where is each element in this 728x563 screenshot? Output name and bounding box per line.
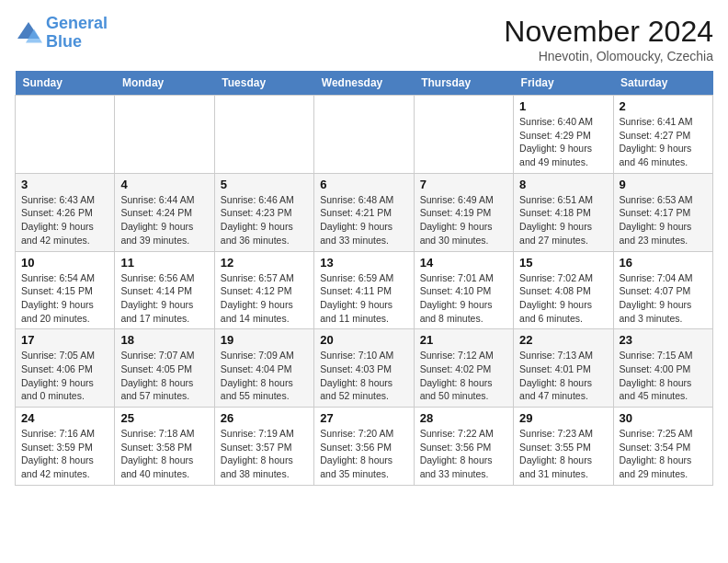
day-number: 15 [519,256,607,270]
calendar-week-row: 24Sunrise: 7:16 AM Sunset: 3:59 PM Dayli… [16,408,713,486]
logo-text: General Blue [46,15,108,52]
calendar-week-row: 1Sunrise: 6:40 AM Sunset: 4:29 PM Daylig… [16,96,713,174]
header-day: Thursday [414,71,513,96]
day-info: Sunrise: 7:22 AM Sunset: 3:56 PM Dayligh… [420,427,507,481]
day-info: Sunrise: 6:51 AM Sunset: 4:18 PM Dayligh… [519,193,607,247]
calendar-cell: 19Sunrise: 7:09 AM Sunset: 4:04 PM Dayli… [214,329,313,408]
day-number: 19 [221,333,308,347]
day-info: Sunrise: 6:41 AM Sunset: 4:27 PM Dayligh… [620,115,707,169]
calendar-cell: 30Sunrise: 7:25 AM Sunset: 3:54 PM Dayli… [613,408,712,486]
day-info: Sunrise: 7:23 AM Sunset: 3:55 PM Dayligh… [519,427,607,481]
day-info: Sunrise: 6:44 AM Sunset: 4:24 PM Dayligh… [120,193,208,247]
day-info: Sunrise: 7:15 AM Sunset: 4:00 PM Dayligh… [620,349,707,403]
day-number: 25 [120,411,208,425]
day-number: 21 [420,333,507,347]
calendar-cell: 11Sunrise: 6:56 AM Sunset: 4:14 PM Dayli… [115,251,214,329]
calendar-cell: 17Sunrise: 7:05 AM Sunset: 4:06 PM Dayli… [16,329,115,408]
calendar-cell: 2Sunrise: 6:41 AM Sunset: 4:27 PM Daylig… [613,96,712,174]
month-title: November 2024 [504,15,713,49]
day-info: Sunrise: 6:40 AM Sunset: 4:29 PM Dayligh… [519,115,607,169]
day-info: Sunrise: 6:46 AM Sunset: 4:23 PM Dayligh… [221,193,308,247]
calendar-cell: 20Sunrise: 7:10 AM Sunset: 4:03 PM Dayli… [314,329,414,408]
day-info: Sunrise: 7:20 AM Sunset: 3:56 PM Dayligh… [320,427,407,481]
day-number: 11 [120,256,208,270]
calendar-cell: 3Sunrise: 6:43 AM Sunset: 4:26 PM Daylig… [16,173,115,251]
header-day: Saturday [613,71,712,96]
day-info: Sunrise: 7:13 AM Sunset: 4:01 PM Dayligh… [519,349,607,403]
calendar-week-row: 17Sunrise: 7:05 AM Sunset: 4:06 PM Dayli… [16,329,713,408]
calendar-cell [414,96,513,174]
day-info: Sunrise: 6:56 AM Sunset: 4:14 PM Dayligh… [120,271,208,326]
calendar-cell: 1Sunrise: 6:40 AM Sunset: 4:29 PM Daylig… [514,96,613,174]
day-number: 29 [519,411,607,425]
day-info: Sunrise: 7:07 AM Sunset: 4:05 PM Dayligh… [120,349,208,403]
calendar-cell: 18Sunrise: 7:07 AM Sunset: 4:05 PM Dayli… [115,329,214,408]
day-number: 3 [21,178,108,191]
calendar-cell: 29Sunrise: 7:23 AM Sunset: 3:55 PM Dayli… [514,408,613,486]
calendar-cell: 14Sunrise: 7:01 AM Sunset: 4:10 PM Dayli… [414,251,513,329]
calendar-cell: 10Sunrise: 6:54 AM Sunset: 4:15 PM Dayli… [16,251,115,329]
calendar-cell: 9Sunrise: 6:53 AM Sunset: 4:17 PM Daylig… [613,173,712,251]
calendar-cell: 28Sunrise: 7:22 AM Sunset: 3:56 PM Dayli… [414,408,513,486]
calendar-cell: 25Sunrise: 7:18 AM Sunset: 3:58 PM Dayli… [115,408,214,486]
header-row: SundayMondayTuesdayWednesdayThursdayFrid… [16,71,713,96]
day-info: Sunrise: 6:43 AM Sunset: 4:26 PM Dayligh… [21,193,108,247]
day-info: Sunrise: 7:02 AM Sunset: 4:08 PM Dayligh… [519,271,607,326]
day-number: 14 [420,256,507,270]
day-number: 16 [620,256,707,270]
day-number: 26 [221,411,308,425]
calendar-cell: 21Sunrise: 7:12 AM Sunset: 4:02 PM Dayli… [414,329,513,408]
day-number: 9 [620,178,707,191]
header-day: Tuesday [214,71,313,96]
calendar-week-row: 3Sunrise: 6:43 AM Sunset: 4:26 PM Daylig… [16,173,713,251]
day-number: 4 [120,178,208,191]
day-info: Sunrise: 7:25 AM Sunset: 3:54 PM Dayligh… [620,427,707,481]
day-info: Sunrise: 6:59 AM Sunset: 4:11 PM Dayligh… [320,271,407,326]
header-day: Sunday [16,71,115,96]
calendar-cell: 7Sunrise: 6:49 AM Sunset: 4:19 PM Daylig… [414,173,513,251]
day-number: 2 [620,99,707,113]
calendar-cell: 24Sunrise: 7:16 AM Sunset: 3:59 PM Dayli… [16,408,115,486]
location-subtitle: Hnevotin, Olomoucky, Czechia [504,49,713,63]
day-number: 18 [120,333,208,347]
calendar-cell [115,96,214,174]
day-info: Sunrise: 7:09 AM Sunset: 4:04 PM Dayligh… [221,349,308,403]
header: General Blue November 2024 Hnevotin, Olo… [15,15,713,63]
day-info: Sunrise: 7:19 AM Sunset: 3:57 PM Dayligh… [221,427,308,481]
day-number: 5 [221,178,308,191]
day-info: Sunrise: 6:48 AM Sunset: 4:21 PM Dayligh… [320,193,407,247]
day-number: 20 [320,333,407,347]
day-number: 13 [320,256,407,270]
calendar-cell [214,96,313,174]
day-info: Sunrise: 7:18 AM Sunset: 3:58 PM Dayligh… [120,427,208,481]
calendar-cell: 23Sunrise: 7:15 AM Sunset: 4:00 PM Dayli… [613,329,712,408]
day-number: 8 [519,178,607,191]
header-day: Friday [514,71,613,96]
day-info: Sunrise: 7:10 AM Sunset: 4:03 PM Dayligh… [320,349,407,403]
header-day: Wednesday [314,71,414,96]
calendar-cell: 27Sunrise: 7:20 AM Sunset: 3:56 PM Dayli… [314,408,414,486]
logo-line1: General [46,14,108,32]
day-info: Sunrise: 7:12 AM Sunset: 4:02 PM Dayligh… [420,349,507,403]
calendar-cell: 6Sunrise: 6:48 AM Sunset: 4:21 PM Daylig… [314,173,414,251]
day-info: Sunrise: 6:57 AM Sunset: 4:12 PM Dayligh… [221,271,308,326]
day-info: Sunrise: 6:49 AM Sunset: 4:19 PM Dayligh… [420,193,507,247]
day-number: 17 [21,333,108,347]
header-day: Monday [115,71,214,96]
calendar-body: 1Sunrise: 6:40 AM Sunset: 4:29 PM Daylig… [16,96,713,486]
logo: General Blue [15,15,108,52]
day-info: Sunrise: 6:54 AM Sunset: 4:15 PM Dayligh… [21,271,108,326]
day-number: 27 [320,411,407,425]
logo-icon [15,19,42,47]
day-number: 7 [420,178,507,191]
calendar-cell [16,96,115,174]
calendar-week-row: 10Sunrise: 6:54 AM Sunset: 4:15 PM Dayli… [16,251,713,329]
day-info: Sunrise: 7:05 AM Sunset: 4:06 PM Dayligh… [21,349,108,403]
day-number: 28 [420,411,507,425]
calendar-cell: 16Sunrise: 7:04 AM Sunset: 4:07 PM Dayli… [613,251,712,329]
calendar-cell: 13Sunrise: 6:59 AM Sunset: 4:11 PM Dayli… [314,251,414,329]
calendar-cell: 12Sunrise: 6:57 AM Sunset: 4:12 PM Dayli… [214,251,313,329]
logo-line2: Blue [46,32,82,51]
day-number: 23 [620,333,707,347]
day-number: 30 [620,411,707,425]
